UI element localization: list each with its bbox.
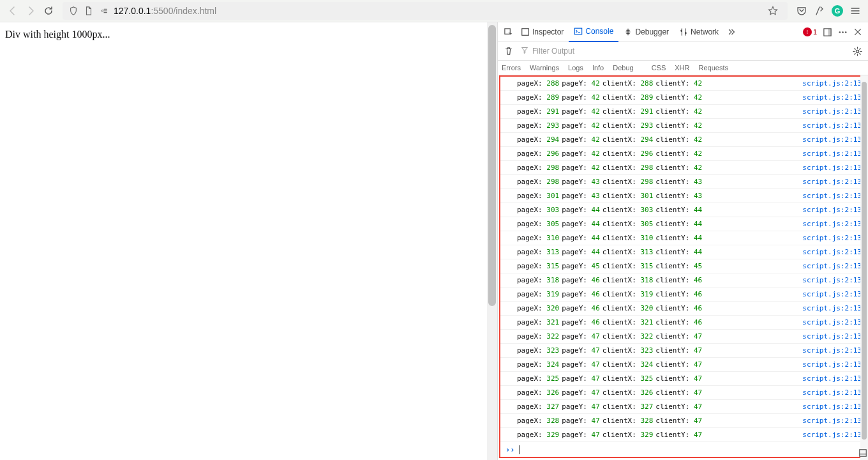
log-source-link[interactable]: script.js:2:13: [802, 402, 862, 411]
app-menu-button[interactable]: [846, 2, 864, 20]
log-source-link[interactable]: script.js:2:13: [802, 178, 862, 186]
dock-side-icon[interactable]: [819, 24, 835, 40]
console-log-row: pageX: 291pageY: 42clientX: 291clientY: …: [500, 105, 865, 119]
log-source-link[interactable]: script.js:2:13: [802, 150, 862, 158]
console-log-row: pageX: 298pageY: 43clientX: 298clientY: …: [500, 175, 865, 189]
address-bar[interactable]: 127.0.0.1:5500/index.html: [63, 2, 788, 20]
cat-debug[interactable]: Debug: [613, 64, 633, 72]
log-source-link[interactable]: script.js:2:13: [802, 332, 862, 341]
svg-rect-3: [575, 28, 582, 34]
log-source-link[interactable]: script.js:2:13: [802, 164, 862, 172]
tab-inspector[interactable]: Inspector: [516, 22, 569, 42]
log-source-link[interactable]: script.js:2:13: [802, 107, 862, 116]
svg-rect-2: [522, 29, 529, 36]
close-devtools-icon[interactable]: [850, 24, 865, 40]
cat-css[interactable]: CSS: [652, 64, 666, 72]
log-source-link[interactable]: script.js:2:13: [802, 121, 862, 130]
console-log-row: pageX: 325pageY: 47clientX: 325clientY: …: [500, 372, 865, 386]
log-source-link[interactable]: script.js:2:13: [802, 417, 862, 425]
cat-warnings[interactable]: Warnings: [530, 64, 559, 72]
cat-xhr[interactable]: XHR: [675, 64, 689, 72]
log-source-link[interactable]: script.js:2:13: [802, 276, 862, 284]
page-scrollbar[interactable]: [487, 22, 497, 460]
console-log-row: pageX: 289pageY: 42clientX: 289clientY: …: [500, 91, 865, 105]
log-source-link[interactable]: script.js:2:13: [802, 248, 862, 256]
url-text: 127.0.0.1:5500/index.html: [114, 6, 216, 16]
cat-requests[interactable]: Requests: [699, 64, 728, 72]
tab-console[interactable]: Console: [569, 22, 618, 42]
extension-icon[interactable]: [811, 2, 828, 20]
console-log-row: pageX: 294pageY: 42clientX: 294clientY: …: [500, 133, 865, 147]
console-prompt[interactable]: ››: [500, 442, 865, 457]
console-log-row: pageX: 301pageY: 43clientX: 301clientY: …: [500, 189, 865, 203]
console-scrollbar[interactable]: [860, 75, 868, 460]
cat-info[interactable]: Info: [592, 64, 604, 72]
log-source-link[interactable]: script.js:2:13: [802, 360, 862, 369]
shield-icon: [68, 6, 79, 15]
console-log-row: pageX: 303pageY: 44clientX: 303clientY: …: [500, 203, 865, 217]
console-log-row: pageX: 322pageY: 47clientX: 322clientY: …: [500, 330, 865, 344]
log-source-link[interactable]: script.js:2:13: [802, 93, 862, 102]
forward-button[interactable]: [22, 2, 40, 20]
log-source-link[interactable]: script.js:2:13: [802, 234, 862, 242]
log-source-link[interactable]: script.js:2:13: [802, 431, 862, 439]
svg-rect-5: [828, 28, 831, 35]
split-console-icon[interactable]: [858, 448, 868, 458]
console-log-row: pageX: 319pageY: 46clientX: 319clientY: …: [500, 288, 865, 302]
reload-button[interactable]: [40, 2, 57, 20]
log-source-link[interactable]: script.js:2:13: [802, 346, 862, 355]
tab-network[interactable]: Network: [674, 22, 724, 42]
log-source-link[interactable]: script.js:2:13: [802, 374, 862, 383]
filter-placeholder: Filter Output: [532, 47, 574, 56]
devtools-panel: Inspector Console Debugger Network !1 Fi…: [497, 22, 868, 460]
grammarly-icon[interactable]: G: [828, 2, 846, 20]
console-log-row: pageX: 305pageY: 44clientX: 305clientY: …: [500, 217, 865, 231]
console-log-row: pageX: 320pageY: 46clientX: 320clientY: …: [500, 302, 865, 316]
log-source-link[interactable]: script.js:2:13: [802, 135, 862, 144]
svg-rect-10: [860, 450, 867, 457]
console-log-row: pageX: 324pageY: 47clientX: 324clientY: …: [500, 358, 865, 372]
svg-point-8: [844, 31, 846, 33]
log-source-link[interactable]: script.js:2:13: [802, 79, 862, 88]
log-source-link[interactable]: script.js:2:13: [802, 318, 862, 326]
devtools-menu-icon[interactable]: [835, 24, 850, 40]
console-log-row: pageX: 327pageY: 47clientX: 327clientY: …: [500, 400, 865, 414]
console-log-row: pageX: 318pageY: 46clientX: 318clientY: …: [500, 273, 865, 288]
log-source-link[interactable]: script.js:2:13: [802, 388, 862, 397]
error-count-badge[interactable]: !1: [803, 27, 817, 36]
svg-point-0: [101, 10, 103, 12]
log-source-link[interactable]: script.js:2:13: [802, 304, 862, 312]
permissions-icon: [98, 6, 110, 15]
log-source-link[interactable]: script.js:2:13: [802, 290, 862, 298]
console-output: pageX: 288pageY: 42clientX: 288clientY: …: [498, 75, 868, 460]
log-source-link[interactable]: script.js:2:13: [802, 192, 862, 200]
filter-output-input[interactable]: Filter Output: [521, 47, 850, 56]
log-source-link[interactable]: script.js:2:13: [802, 262, 862, 270]
console-log-row: pageX: 323pageY: 47clientX: 323clientY: …: [500, 344, 865, 358]
console-log-row: pageX: 315pageY: 45clientX: 315clientY: …: [500, 259, 865, 273]
pick-element-icon[interactable]: [500, 24, 516, 40]
log-source-link[interactable]: script.js:2:13: [802, 206, 862, 214]
cat-logs[interactable]: Logs: [568, 64, 583, 72]
console-settings-icon[interactable]: [850, 47, 864, 56]
console-log-row: pageX: 326pageY: 47clientX: 326clientY: …: [500, 386, 865, 400]
console-log-row: pageX: 313pageY: 44clientX: 313clientY: …: [500, 245, 865, 259]
console-log-row: pageX: 296pageY: 42clientX: 296clientY: …: [500, 147, 865, 161]
cat-errors[interactable]: Errors: [502, 64, 521, 72]
page-body-text: Div with height 1000px...: [0, 22, 497, 47]
clear-console-icon[interactable]: [502, 47, 516, 56]
console-toolbar: Filter Output: [498, 42, 868, 61]
svg-point-7: [842, 31, 844, 33]
back-button[interactable]: [4, 2, 22, 20]
console-categories: Errors Warnings Logs Info Debug CSS XHR …: [498, 61, 868, 75]
page-content-pane: Div with height 1000px...: [0, 22, 497, 460]
console-log-row: pageX: 310pageY: 44clientX: 310clientY: …: [500, 231, 865, 245]
tabs-overflow-icon[interactable]: [724, 24, 739, 40]
log-source-link[interactable]: script.js:2:13: [802, 220, 862, 228]
console-log-row: pageX: 288pageY: 42clientX: 288clientY: …: [500, 77, 865, 91]
save-pocket-icon[interactable]: [793, 2, 811, 20]
console-log-row: pageX: 329pageY: 47clientX: 329clientY: …: [500, 428, 865, 442]
bookmark-star-icon[interactable]: [767, 6, 779, 16]
svg-point-6: [839, 31, 841, 33]
tab-debugger[interactable]: Debugger: [618, 22, 674, 42]
